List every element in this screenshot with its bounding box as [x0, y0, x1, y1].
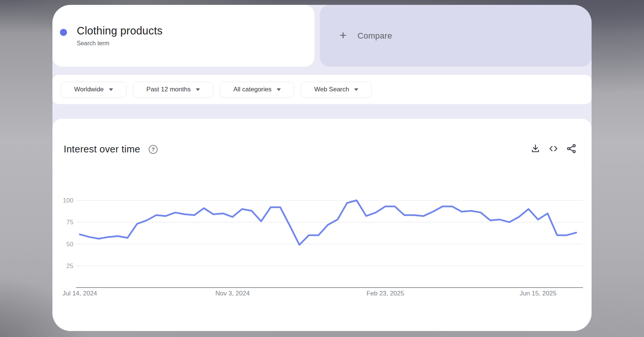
svg-text:Nov 3, 2024: Nov 3, 2024: [215, 290, 250, 297]
search-term-text: Clothing products Search term: [77, 25, 162, 47]
compare-card[interactable]: + Compare: [320, 5, 592, 67]
filter-chip-category[interactable]: All categories: [220, 82, 294, 98]
filter-chip-search-type[interactable]: Web Search: [301, 82, 372, 98]
svg-text:50: 50: [66, 241, 73, 248]
blurred-backdrop: Clothing products Search term + Compare …: [0, 0, 644, 337]
filter-chip-time[interactable]: Past 12 months: [133, 82, 213, 98]
chevron-down-icon: [277, 88, 281, 91]
chevron-down-icon: [354, 88, 358, 91]
interest-over-time-widget: Interest over time ?: [52, 119, 592, 331]
interest-line-chart[interactable]: 100755025Jul 14, 2024Nov 3, 2024Feb 23, …: [52, 119, 592, 331]
filter-chip-category-label: All categories: [233, 86, 271, 93]
search-term-card[interactable]: Clothing products Search term: [52, 5, 315, 67]
svg-text:25: 25: [66, 262, 73, 270]
trends-explore-panel: Clothing products Search term + Compare …: [52, 5, 592, 331]
filter-bar: Worldwide Past 12 months All categories …: [52, 75, 592, 104]
chevron-down-icon: [109, 88, 113, 91]
search-term-subtitle: Search term: [77, 40, 162, 47]
svg-text:Jun 15, 2025: Jun 15, 2025: [520, 290, 556, 297]
series-color-dot: [60, 29, 67, 36]
svg-text:Jul 14, 2024: Jul 14, 2024: [63, 290, 97, 297]
search-term-title: Clothing products: [77, 25, 162, 37]
compare-label: Compare: [358, 31, 392, 41]
svg-text:Feb 23, 2025: Feb 23, 2025: [367, 290, 404, 297]
filter-chip-time-label: Past 12 months: [146, 86, 191, 93]
plus-icon: +: [340, 29, 347, 41]
filter-chip-region[interactable]: Worldwide: [61, 82, 127, 98]
svg-text:75: 75: [66, 219, 73, 226]
filter-chip-search-type-label: Web Search: [314, 86, 349, 93]
chevron-down-icon: [196, 88, 200, 91]
svg-text:100: 100: [63, 197, 73, 204]
filter-chip-region-label: Worldwide: [74, 86, 104, 93]
